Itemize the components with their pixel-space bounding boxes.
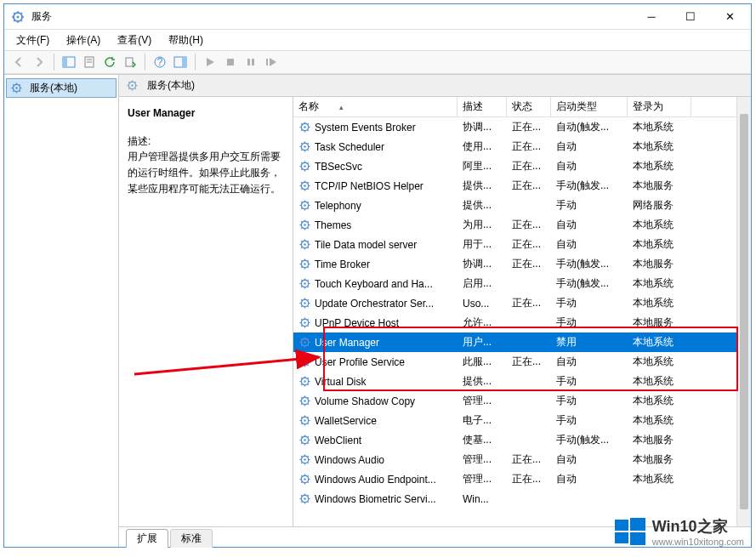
- start-service-button[interactable]: [201, 53, 219, 71]
- window-controls: ─ ☐ ✕: [632, 4, 749, 30]
- svg-point-1: [17, 15, 20, 18]
- restart-service-button[interactable]: [262, 53, 281, 71]
- cell-desc: 使用...: [458, 139, 507, 154]
- cell-name: Windows Biometric Servi...: [293, 492, 458, 505]
- service-row[interactable]: WebClient使基...手动(触发...本地服务: [293, 430, 736, 450]
- maximize-button[interactable]: ☐: [671, 4, 710, 30]
- stop-service-button[interactable]: [221, 53, 240, 71]
- service-row[interactable]: Touch Keyboard and Ha...启用...手动(触发...本地系…: [293, 274, 736, 293]
- pause-service-button[interactable]: [242, 53, 260, 71]
- service-row[interactable]: Windows Audio管理...正在...自动本地服务: [293, 450, 736, 469]
- toolbar: ?: [4, 50, 751, 74]
- cell-desc: 协调...: [458, 257, 507, 271]
- service-row[interactable]: System Events Broker协调...正在...自动(触发...本地…: [293, 117, 736, 137]
- cell-logon: 本地系统: [628, 355, 691, 369]
- cell-logon: 本地系统: [628, 335, 691, 350]
- cell-name: System Events Broker: [293, 121, 458, 134]
- cell-name: Time Broker: [293, 258, 458, 270]
- cell-name: WebClient: [293, 434, 458, 446]
- gear-icon: [298, 375, 311, 388]
- cell-start: 手动(触发...: [551, 433, 628, 447]
- export-button[interactable]: [121, 53, 139, 71]
- cell-desc: 管理...: [458, 394, 507, 408]
- cell-desc: 使基...: [458, 433, 507, 447]
- service-row[interactable]: User Profile Service此服...正在...自动本地系统: [293, 352, 736, 372]
- service-row[interactable]: Windows Biometric Servi...Win...: [293, 489, 736, 509]
- col-header-status[interactable]: 状态: [507, 97, 551, 117]
- cell-desc: 阿里...: [458, 159, 507, 173]
- service-row[interactable]: Time Broker协调...正在...手动(触发...本地服务: [293, 254, 736, 274]
- minimize-button[interactable]: ─: [632, 4, 671, 30]
- service-row[interactable]: UPnP Device Host允许...手动本地服务: [293, 313, 736, 332]
- service-row[interactable]: Update Orchestrator Ser...Uso...正在...手动本…: [293, 293, 736, 313]
- cell-logon: 本地系统: [628, 120, 691, 134]
- list-header: 名称▴ 描述 状态 启动类型 登录为: [293, 97, 736, 117]
- col-header-logon[interactable]: 登录为: [628, 97, 691, 117]
- service-row[interactable]: Volume Shadow Copy管理...手动本地系统: [293, 391, 736, 411]
- right-body: User Manager 描述: 用户管理器提供多用户交互所需要的运行时组件。如…: [119, 97, 751, 526]
- service-row[interactable]: Themes为用...正在...自动本地系统: [293, 215, 736, 235]
- cell-name: Tile Data model server: [293, 238, 458, 251]
- cell-status: 正在...: [507, 218, 551, 232]
- vertical-scrollbar[interactable]: [736, 97, 751, 526]
- cell-desc: Win...: [458, 493, 507, 505]
- service-row[interactable]: User Manager用户...禁用本地系统: [293, 332, 736, 352]
- svg-point-19: [131, 84, 133, 86]
- col-header-name[interactable]: 名称▴: [293, 97, 458, 117]
- cell-logon: 本地系统: [628, 394, 691, 408]
- svg-rect-63: [615, 532, 628, 543]
- cell-logon: 本地系统: [628, 276, 691, 291]
- cell-name: Update Orchestrator Ser...: [293, 297, 458, 310]
- service-row[interactable]: Task Scheduler使用...正在...自动本地系统: [293, 137, 736, 156]
- forward-button[interactable]: [30, 53, 48, 71]
- service-row[interactable]: WalletService电子...手动本地系统: [293, 411, 736, 430]
- cell-start: 自动: [551, 159, 628, 173]
- cell-desc: 电子...: [458, 413, 507, 428]
- svg-point-59: [304, 497, 305, 499]
- cell-desc: Uso...: [458, 298, 507, 310]
- service-row[interactable]: Telephony提供...手动网络服务: [293, 196, 736, 215]
- refresh-button[interactable]: [100, 53, 119, 71]
- col-header-desc[interactable]: 描述: [458, 97, 507, 117]
- service-row[interactable]: TBSecSvc阿里...正在...自动本地系统: [293, 156, 736, 176]
- cell-logon: 本地系统: [628, 296, 691, 310]
- menu-view[interactable]: 查看(V): [111, 31, 158, 49]
- menu-file[interactable]: 文件(F): [9, 31, 56, 49]
- service-row[interactable]: TCP/IP NetBIOS Helper提供...正在...手动(触发...本…: [293, 176, 736, 196]
- cell-name: Telephony: [293, 199, 458, 212]
- col-header-start[interactable]: 启动类型: [551, 97, 628, 117]
- gear-icon: [298, 473, 311, 486]
- list-body[interactable]: System Events Broker协调...正在...自动(触发...本地…: [293, 117, 736, 526]
- back-button[interactable]: [9, 53, 28, 71]
- cell-desc: 提供...: [458, 374, 507, 389]
- tab-extended[interactable]: 扩展: [126, 529, 168, 548]
- svg-point-29: [304, 204, 305, 206]
- service-row[interactable]: Windows Audio Endpoint...管理...正在...自动本地系…: [293, 469, 736, 489]
- cell-name: Themes: [293, 219, 458, 231]
- service-row[interactable]: Virtual Disk提供...手动本地系统: [293, 372, 736, 391]
- svg-point-53: [304, 439, 305, 440]
- service-row[interactable]: Tile Data model server用于...正在...自动本地系统: [293, 235, 736, 254]
- svg-rect-11: [182, 57, 186, 67]
- svg-point-51: [304, 419, 305, 421]
- menu-action[interactable]: 操作(A): [60, 31, 107, 49]
- close-button[interactable]: ✕: [710, 4, 749, 30]
- menu-help[interactable]: 帮助(H): [162, 31, 210, 49]
- right-header: 服务(本地): [119, 75, 751, 97]
- action-pane-button[interactable]: [171, 53, 190, 71]
- cell-logon: 本地系统: [628, 413, 691, 428]
- gear-icon: [298, 160, 311, 173]
- tab-standard[interactable]: 标准: [170, 529, 213, 548]
- cell-start: 手动(触发...: [551, 257, 628, 271]
- cell-name: Task Scheduler: [293, 140, 458, 153]
- show-hide-tree-button[interactable]: [60, 53, 78, 71]
- tree-root-item[interactable]: 服务(本地): [6, 78, 117, 98]
- gear-icon: [298, 219, 311, 231]
- gear-icon: [298, 238, 311, 251]
- help-button[interactable]: ?: [151, 53, 169, 71]
- properties-button[interactable]: [80, 53, 99, 71]
- win10-logo-icon: [613, 514, 647, 548]
- cell-logon: 本地服务: [628, 315, 691, 330]
- svg-rect-12: [227, 59, 234, 65]
- detail-title: User Manager: [128, 107, 284, 119]
